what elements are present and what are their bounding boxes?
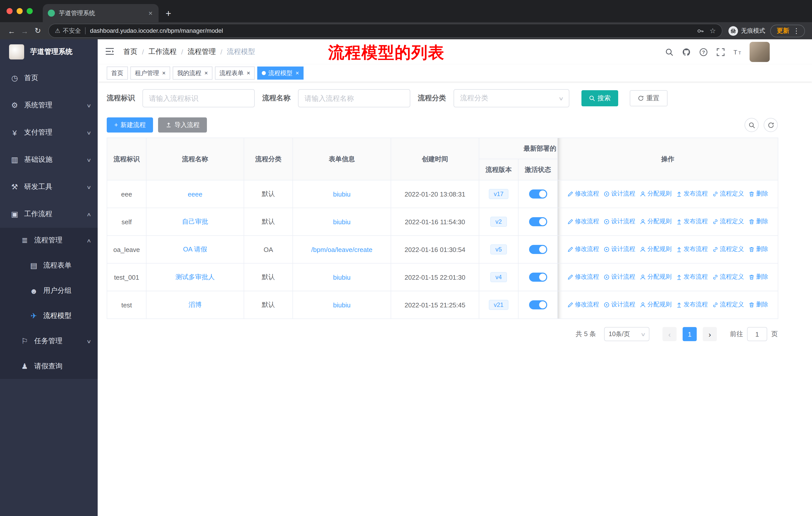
active-toggle[interactable] (529, 217, 547, 226)
breadcrumb-item[interactable]: 首页 (123, 47, 138, 56)
edit-process-link[interactable]: 修改流程 (567, 273, 599, 281)
edit-process-link[interactable]: 修改流程 (567, 217, 599, 226)
tag-item[interactable]: 流程表单× (215, 66, 255, 80)
delete-link[interactable]: 删除 (749, 190, 768, 198)
search-icon[interactable] (664, 47, 674, 57)
goto-page-input[interactable] (747, 327, 767, 341)
tag-close-icon[interactable]: × (247, 70, 250, 76)
edit-process-link[interactable]: 修改流程 (567, 245, 599, 254)
sidebar-item-user-group[interactable]: ☻用户分组 (0, 278, 98, 303)
process-definition-link[interactable]: 流程定义 (712, 217, 744, 226)
version-tag[interactable]: v5 (490, 244, 507, 254)
address-bar[interactable]: ⚠ 不安全 dashboard.yudao.iocoder.cn/bpm/man… (48, 24, 722, 38)
refresh-button[interactable] (764, 118, 778, 132)
reload-button[interactable]: ↻ (31, 26, 44, 35)
active-toggle[interactable] (529, 245, 547, 254)
create-process-button[interactable]: + 新建流程 (107, 117, 153, 133)
active-toggle[interactable] (529, 189, 547, 198)
assign-rule-link[interactable]: 分配规则 (640, 217, 671, 226)
tag-active[interactable]: 流程模型× (257, 66, 303, 80)
sidebar-item-process-mgmt[interactable]: ≣流程管理∧ (0, 228, 98, 253)
sidebar-logo[interactable]: 芋道管理系统 (0, 39, 98, 64)
form-info-link[interactable]: biubiu (333, 190, 350, 198)
design-process-link[interactable]: 设计流程 (604, 190, 635, 198)
user-avatar[interactable] (750, 42, 770, 62)
breadcrumb-item[interactable]: 工作流程 (148, 47, 177, 56)
design-process-link[interactable]: 设计流程 (604, 217, 635, 226)
design-process-link[interactable]: 设计流程 (604, 273, 635, 281)
process-name-link[interactable]: 自己审批 (182, 218, 208, 225)
process-name-link[interactable]: 滔博 (188, 301, 202, 308)
github-icon[interactable] (681, 47, 691, 57)
process-name-link[interactable]: 测试多审批人 (175, 273, 215, 281)
delete-link[interactable]: 删除 (749, 245, 768, 254)
tag-item[interactable]: 我的流程× (173, 66, 212, 80)
page-1-button[interactable]: 1 (683, 327, 697, 341)
process-category-select[interactable]: 流程分类 ∨ (454, 89, 569, 107)
font-size-icon[interactable]: TT (732, 47, 743, 57)
prev-page-button[interactable]: ‹ (663, 327, 676, 341)
active-toggle[interactable] (529, 273, 547, 282)
sidebar-item-devtools[interactable]: ⚒研发工具∨ (0, 173, 98, 200)
tag-close-icon[interactable]: × (295, 70, 299, 76)
process-definition-link[interactable]: 流程定义 (712, 301, 744, 309)
publish-process-link[interactable]: 发布流程 (676, 301, 708, 309)
assign-rule-link[interactable]: 分配规则 (640, 273, 671, 281)
bookmark-star-icon[interactable]: ☆ (709, 27, 716, 35)
form-info-link[interactable]: biubiu (333, 273, 350, 281)
form-info-link[interactable]: biubiu (333, 218, 350, 225)
delete-link[interactable]: 删除 (749, 301, 768, 309)
help-icon[interactable]: ? (698, 47, 708, 57)
tag-close-icon[interactable]: × (162, 70, 166, 76)
process-definition-link[interactable]: 流程定义 (712, 190, 744, 198)
menu-kebab-icon[interactable]: ⋮ (793, 27, 800, 34)
assign-rule-link[interactable]: 分配规则 (640, 190, 671, 198)
close-window-button[interactable] (6, 8, 12, 14)
reset-button[interactable]: 重置 (630, 90, 668, 106)
edit-process-link[interactable]: 修改流程 (567, 301, 599, 309)
hamburger-icon[interactable] (105, 47, 115, 56)
tag-close-icon[interactable]: × (204, 70, 208, 76)
process-id-input[interactable] (142, 89, 255, 107)
key-icon[interactable] (697, 27, 704, 34)
next-page-button[interactable]: › (703, 327, 717, 341)
breadcrumb-item[interactable]: 流程管理 (188, 47, 216, 56)
sidebar-item-leave-query[interactable]: ♟请假查询 (0, 354, 98, 379)
sidebar-item-process-form[interactable]: ▤流程表单 (0, 253, 98, 278)
back-button[interactable]: ← (5, 26, 18, 35)
toggle-search-button[interactable] (745, 118, 759, 132)
form-info-link[interactable]: biubiu (333, 301, 350, 309)
sidebar-item-home[interactable]: ◷首页 (0, 64, 98, 92)
import-process-button[interactable]: 导入流程 (158, 117, 207, 133)
design-process-link[interactable]: 设计流程 (604, 301, 635, 309)
zoom-window-button[interactable] (27, 8, 33, 14)
assign-rule-link[interactable]: 分配规则 (640, 245, 671, 254)
process-name-link[interactable]: eeee (188, 190, 202, 198)
tab-close-icon[interactable]: × (147, 9, 153, 17)
active-toggle[interactable] (529, 300, 547, 309)
minimize-window-button[interactable] (17, 8, 23, 14)
version-tag[interactable]: v17 (489, 189, 509, 199)
assign-rule-link[interactable]: 分配规则 (640, 301, 671, 309)
publish-process-link[interactable]: 发布流程 (676, 217, 708, 226)
sidebar-item-process-model[interactable]: ✈流程模型 (0, 303, 98, 329)
version-tag[interactable]: v4 (490, 272, 507, 282)
fullscreen-icon[interactable] (715, 47, 725, 57)
version-tag[interactable]: v2 (490, 217, 507, 227)
browser-tab[interactable]: 芋道管理系统 × (43, 4, 158, 22)
publish-process-link[interactable]: 发布流程 (676, 190, 708, 198)
publish-process-link[interactable]: 发布流程 (676, 273, 708, 281)
edit-process-link[interactable]: 修改流程 (567, 190, 599, 198)
version-tag[interactable]: v21 (489, 300, 509, 310)
delete-link[interactable]: 删除 (749, 273, 768, 281)
design-process-link[interactable]: 设计流程 (604, 245, 635, 254)
search-button[interactable]: 搜索 (581, 90, 618, 106)
process-definition-link[interactable]: 流程定义 (712, 245, 744, 254)
new-tab-button[interactable]: + (166, 8, 171, 18)
process-name-input[interactable] (298, 89, 410, 107)
page-size-select[interactable]: 10条/页 ∨ (604, 327, 649, 341)
sidebar-item-task-mgmt[interactable]: ⚐任务管理∨ (0, 329, 98, 354)
incognito-badge[interactable]: 无痕模式 (728, 26, 765, 35)
update-chip[interactable]: 更新 ⋮ (770, 24, 805, 37)
forward-button[interactable]: → (18, 26, 31, 35)
